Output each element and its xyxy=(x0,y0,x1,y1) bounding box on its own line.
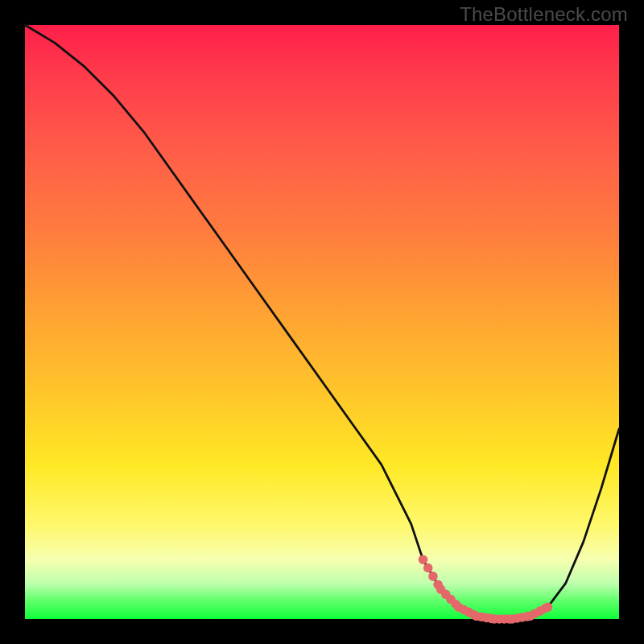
chart-frame: TheBottleneck.com xyxy=(0,0,644,644)
valley-dot xyxy=(419,555,428,564)
valley-dot xyxy=(428,572,438,581)
watermark-text: TheBottleneck.com xyxy=(460,3,628,26)
curve-path xyxy=(25,25,619,619)
plot-area xyxy=(25,25,619,619)
valley-dot xyxy=(543,602,553,612)
bottleneck-curve xyxy=(25,25,619,619)
valley-dot xyxy=(423,564,433,573)
